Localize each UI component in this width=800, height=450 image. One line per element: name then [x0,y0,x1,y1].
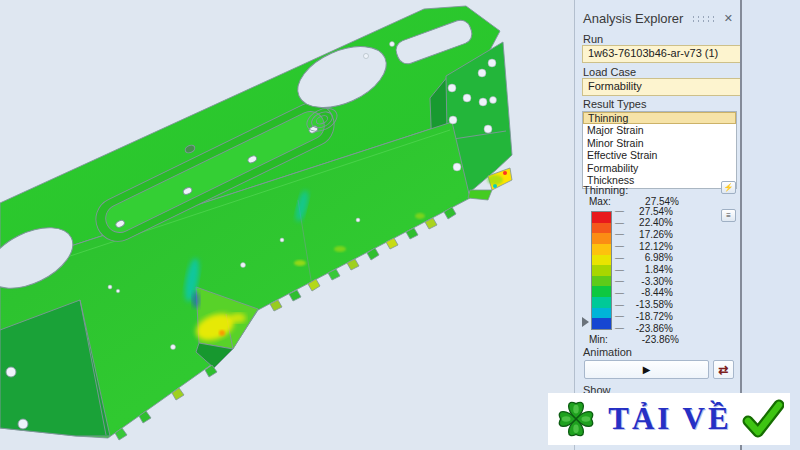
clover-icon [554,396,598,442]
legend-title: Thinning: [583,184,628,196]
legend-tick: —1.84% [615,265,673,275]
legend-scale: —27.54%—22.40%—17.26%—12.12%—6.98%—1.84%… [575,209,741,333]
legend-min-row: Min: -23.86% [589,334,709,345]
legend-tick: —-8.44% [615,288,673,298]
colorbar-segment [592,212,611,223]
result-types-list[interactable]: ThinningMajor StrainMinor StrainEffectiv… [582,111,737,189]
colorbar-segment [592,244,611,255]
colorbar-segment [592,286,611,297]
result-type-item[interactable]: Formability [583,162,736,174]
loop-icon: ⇄ [718,363,728,377]
colorbar-segment [592,255,611,266]
min-pointer-icon[interactable] [582,317,589,327]
model-3d-part [0,0,574,450]
download-badge[interactable]: TẢI VỀ [548,393,790,445]
colorbar-segment [592,223,611,234]
run-field[interactable]: 1w63-76103b46-ar-v73 (1) [582,45,742,63]
colorbar-segment [592,297,611,308]
result-type-item[interactable]: Minor Strain [583,137,736,149]
badge-text: TẢI VỀ [608,401,731,437]
result-type-item[interactable]: Major Strain [583,124,736,136]
analysis-explorer-panel: Analysis Explorer ✕ Run 1w63-76103b46-ar… [574,0,741,450]
result-type-item[interactable]: Effective Strain [583,149,736,161]
min-label: Min: [589,334,619,345]
legend-tick: —6.98% [615,253,673,263]
close-icon[interactable]: ✕ [724,12,733,25]
load-case-label: Load Case [583,66,636,78]
colorbar-segment [592,233,611,244]
result-type-item[interactable]: Thinning [583,112,736,124]
play-icon: ▶ [643,364,651,375]
run-label: Run [583,33,603,45]
colorbar-segment [592,308,611,319]
play-button[interactable]: ▶ [584,360,709,379]
loop-button[interactable]: ⇄ [713,360,734,379]
legend-tick: —27.54% [615,206,673,216]
legend-tick: —12.12% [615,241,673,251]
drag-grip-icon[interactable] [691,15,717,22]
animation-label: Animation [583,346,632,358]
3d-viewport[interactable] [0,0,574,450]
dock-area [742,0,800,450]
panel-titlebar[interactable]: Analysis Explorer ✕ [583,10,733,26]
legend-tick: —-23.86% [615,323,673,333]
legend-colorbar [591,211,612,330]
colorbar-segment [592,265,611,276]
check-icon [742,399,784,439]
legend-tick: —-3.30% [615,276,673,286]
panel-title: Analysis Explorer [583,11,683,26]
colorbar-segment [592,276,611,287]
legend-tick: —17.26% [615,229,673,239]
result-types-label: Result Types [583,98,646,110]
legend-tick: —-18.72% [615,311,673,321]
min-value: -23.86% [619,334,679,345]
flash-icon[interactable]: ⚡ [721,181,736,194]
colorbar-segment [592,318,611,329]
legend-tick: —-13.58% [615,300,673,310]
legend-tick: —22.40% [615,218,673,228]
legend-options-icon[interactable]: ≡ [721,209,736,222]
load-case-field[interactable]: Formability [582,78,742,96]
